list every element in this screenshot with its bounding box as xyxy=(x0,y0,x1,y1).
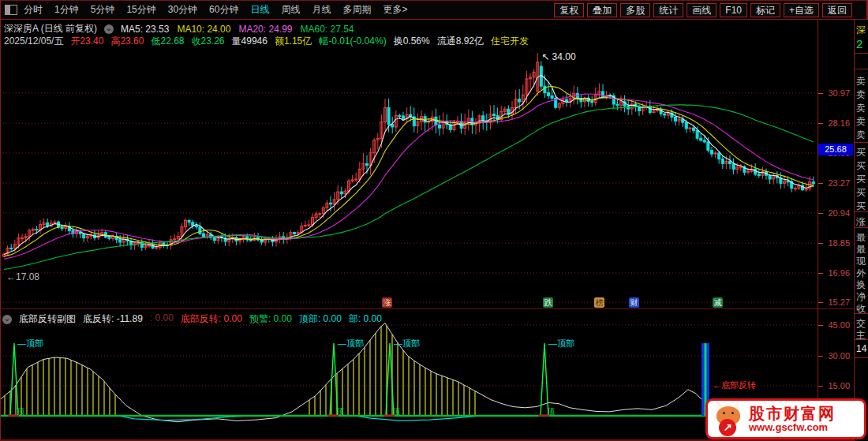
axis-tick-label: 30.97 xyxy=(818,88,850,98)
axis-tick-label: 30.00 xyxy=(818,351,850,361)
period-tab-5分钟[interactable]: 5分钟 xyxy=(91,3,115,17)
quote-token: 幅-0.01(-0.04%) xyxy=(319,35,386,48)
period-nav: 分时1分钟5分钟15分钟30分钟60分钟日线周线月线多周期更多> xyxy=(24,3,407,17)
svg-text:顶: 顶 xyxy=(547,407,555,416)
period-tab-月线[interactable]: 月线 xyxy=(312,3,331,17)
event-badge-跌[interactable]: 跌 xyxy=(543,297,553,308)
svg-text:←底部反转: ←底部反转 xyxy=(713,380,756,390)
svg-text:—顶部: —顶部 xyxy=(548,338,574,348)
svg-text:—顶部: —顶部 xyxy=(394,338,420,348)
period-tab-1分钟[interactable]: 1分钟 xyxy=(54,3,79,17)
bull-mascot-icon: ↗ xyxy=(711,402,746,436)
axis-separator xyxy=(817,20,818,441)
main-candlestick-chart[interactable]: ↖ 34.00←17.08 xyxy=(0,20,817,309)
stock-title: 深深房A (日线 前复权) xyxy=(4,22,97,36)
period-tab-日线[interactable]: 日线 xyxy=(250,3,269,17)
ma-value: MA20: 24.99 xyxy=(238,24,292,35)
quote-strip-char: 买 xyxy=(856,186,866,200)
axis-tick-label: 45.00 xyxy=(818,320,850,330)
quote-token: 2025/12/05/五 xyxy=(4,35,63,48)
axis-tick-label: 16.96 xyxy=(818,268,850,278)
toolbar-button-返回[interactable]: 返回 xyxy=(822,3,852,17)
quote-strip-char: 买 xyxy=(856,173,866,186)
svg-text:←17.08: ←17.08 xyxy=(6,271,39,282)
trend-arrow-icon: ↗ xyxy=(719,419,736,436)
ma-value: MA60: 27.54 xyxy=(300,24,354,35)
quote-panel-clipped[interactable]: 深2卖卖卖卖卖买买买买买涨最最现外换净收交主14 xyxy=(854,20,868,441)
axis-tick-label: 18.85 xyxy=(818,238,850,248)
axis-tick-label: 28.16 xyxy=(818,118,850,128)
quote-strip-char: 卖 xyxy=(856,88,866,102)
indicator-token: 顶部: 0.00 xyxy=(299,312,342,326)
quote-strip-char: 卖 xyxy=(856,115,866,129)
period-tab-多周期[interactable]: 多周期 xyxy=(342,3,371,17)
panel-divider xyxy=(0,308,854,309)
toolbar-button-叠加[interactable]: 叠加 xyxy=(587,3,617,17)
indicator-eye-icon[interactable]: ⌄ xyxy=(2,315,12,324)
svg-text:顶: 顶 xyxy=(392,407,400,416)
indicator-token: 底反转: -11.89 xyxy=(83,312,143,326)
svg-text:↖ 34.00: ↖ 34.00 xyxy=(541,51,576,62)
indicator-header: ⌄ 底部反转副图 底反转: -11.89: 0.00底部反转: 0.00预警: … xyxy=(2,312,382,326)
svg-text:—顶部: —顶部 xyxy=(338,338,364,348)
indicator-token: 预警: 0.00 xyxy=(249,312,292,326)
quote-strip-char: 卖 xyxy=(856,75,866,88)
indicator-title: 底部反转副图 xyxy=(19,312,76,326)
ma-value: MA5: 23.53 xyxy=(121,24,169,35)
quote-token: 低22.68 xyxy=(151,35,184,48)
quote-strip-char: 卖 xyxy=(856,102,866,115)
period-tab-分时[interactable]: 分时 xyxy=(24,3,43,17)
window-split-icon[interactable] xyxy=(5,5,17,15)
quote-token: 量49946 xyxy=(232,35,268,48)
quote-token: 流通8.92亿 xyxy=(437,35,484,48)
eye-toggle-icon[interactable]: ⌄ xyxy=(104,24,114,34)
period-tab-30分钟[interactable]: 30分钟 xyxy=(168,3,197,17)
period-tab-15分钟[interactable]: 15分钟 xyxy=(126,3,155,17)
svg-text:—顶部: —顶部 xyxy=(17,338,43,348)
quote-strip-char: 2 xyxy=(856,37,862,50)
indicator-token: 底部反转: 0.00 xyxy=(181,312,242,326)
quote-token: 额1.15亿 xyxy=(275,35,312,48)
toolbar-button-F10[interactable]: F10 xyxy=(720,3,747,17)
quote-strip-char: 14 xyxy=(856,343,866,354)
toolbar-button-+自选[interactable]: +自选 xyxy=(784,3,819,17)
quote-strip-char: 主 xyxy=(856,329,866,342)
period-tab-周线[interactable]: 周线 xyxy=(281,3,300,17)
period-tab-60分钟[interactable]: 60分钟 xyxy=(209,3,238,17)
axis-tick-label: 20.94 xyxy=(818,208,850,218)
svg-text:顶: 顶 xyxy=(17,407,24,416)
quote-strip-char: 卖 xyxy=(856,129,866,142)
toolbar-button-标记[interactable]: 标记 xyxy=(750,3,780,17)
event-badge-榜[interactable]: 榜 xyxy=(594,297,604,308)
logo-title: 股市财富网 xyxy=(749,405,836,422)
toolbar-button-多股[interactable]: 多股 xyxy=(620,3,650,17)
quote-strip-char: 深 xyxy=(856,24,866,37)
ma-values: MA5: 23.53MA10: 24.00MA20: 24.99MA60: 27… xyxy=(121,24,354,35)
quote-strip-char: 买 xyxy=(856,146,866,159)
axis-tick-label: 15.00 xyxy=(818,381,850,391)
indicator-token: 部: 0.00 xyxy=(349,312,382,326)
event-badge-涨[interactable]: 涨 xyxy=(382,297,392,308)
event-badge-减[interactable]: 减 xyxy=(713,297,723,308)
indicator-token: : 0.00 xyxy=(150,312,174,326)
toolbar-button-统计[interactable]: 统计 xyxy=(653,3,683,17)
quote-token: 开23.40 xyxy=(70,35,103,48)
top-menu-bar: 分时1分钟5分钟15分钟30分钟60分钟日线周线月线多周期更多> 复权叠加多股统… xyxy=(0,0,868,20)
toolbar-button-复权[interactable]: 复权 xyxy=(554,3,584,17)
quote-token: 收23.26 xyxy=(192,35,225,48)
stock-info-line: 深深房A (日线 前复权) ⌄ MA5: 23.53MA10: 24.00MA2… xyxy=(4,22,354,36)
quote-strip-char: 买 xyxy=(856,159,866,173)
ma-value: MA10: 24.00 xyxy=(177,24,230,35)
last-price-marker: 25.68 xyxy=(818,144,853,155)
quote-token: 高23.60 xyxy=(110,35,144,48)
toolbar-buttons: 复权叠加多股统计画线F10标记+自选返回 xyxy=(554,3,852,17)
site-logo: ↗ 股市财富网 www.gscfw.com xyxy=(705,398,866,439)
period-tab-更多>[interactable]: 更多> xyxy=(383,3,407,17)
svg-text:顶: 顶 xyxy=(336,407,344,416)
event-badge-财[interactable]: 财 xyxy=(629,297,639,308)
daily-quote-line: 2025/12/05/五开23.40高23.60低22.68收23.26量499… xyxy=(4,35,529,48)
logo-url: www.gscfw.com xyxy=(749,422,836,433)
axis-tick-label: 15.27 xyxy=(818,297,850,307)
toolbar-button-画线[interactable]: 画线 xyxy=(687,3,716,17)
axis-tick-label: 23.27 xyxy=(818,178,850,188)
